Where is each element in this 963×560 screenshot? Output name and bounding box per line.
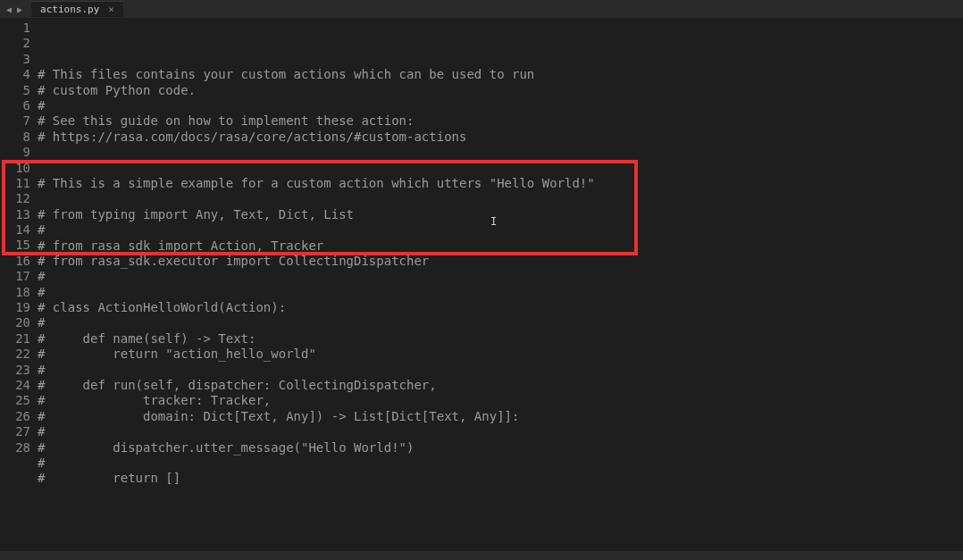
line-number: 2 xyxy=(0,36,30,51)
nav-arrows: ◀ ▶ xyxy=(4,4,24,14)
code-line[interactable]: # xyxy=(38,269,963,284)
code-line[interactable]: # tracker: Tracker, xyxy=(38,393,963,408)
code-area[interactable]: I # This files contains your custom acti… xyxy=(38,18,963,551)
line-number: 17 xyxy=(0,269,30,284)
line-number: 14 xyxy=(0,222,30,238)
code-line[interactable]: # custom Python code. xyxy=(38,83,963,98)
line-number: 12 xyxy=(0,191,30,206)
line-number: 11 xyxy=(0,176,30,191)
code-line[interactable] xyxy=(38,487,963,502)
code-line[interactable]: # from typing import Any, Text, Dict, Li… xyxy=(38,207,963,222)
code-line[interactable]: # xyxy=(38,285,963,300)
nav-forward-icon[interactable]: ▶ xyxy=(15,4,24,14)
line-number: 13 xyxy=(0,207,30,222)
code-line[interactable]: # dispatcher.utter_message("Hello World!… xyxy=(38,440,963,456)
line-number: 21 xyxy=(0,331,30,347)
line-number-gutter: 1234567891011121314151617181920212223242… xyxy=(0,18,38,551)
line-number: 28 xyxy=(0,440,30,456)
code-line[interactable]: # xyxy=(38,456,963,471)
code-line[interactable] xyxy=(38,145,963,160)
line-number: 25 xyxy=(0,393,30,408)
text-cursor: I xyxy=(490,214,497,230)
code-line[interactable]: # domain: Dict[Text, Any]) -> List[Dict[… xyxy=(38,409,963,424)
code-line[interactable]: # from rasa_sdk import Action, Tracker xyxy=(38,238,963,254)
code-line[interactable] xyxy=(38,161,963,176)
line-number: 1 xyxy=(0,21,30,36)
code-line[interactable]: # def name(self) -> Text: xyxy=(38,331,963,347)
code-line[interactable]: # class ActionHelloWorld(Action): xyxy=(38,300,963,315)
line-number: 20 xyxy=(0,315,30,330)
line-number: 18 xyxy=(0,285,30,300)
line-number: 6 xyxy=(0,98,30,113)
code-line[interactable] xyxy=(38,191,963,206)
tab-actions-py[interactable]: actions.py × xyxy=(31,1,123,17)
code-line[interactable]: # xyxy=(38,315,963,330)
code-line[interactable]: # xyxy=(38,363,963,378)
code-line[interactable]: # return [] xyxy=(38,471,963,486)
code-line[interactable]: # from rasa_sdk.executor import Collecti… xyxy=(38,254,963,269)
tab-bar: actions.py × xyxy=(31,1,123,17)
line-number: 5 xyxy=(0,83,30,98)
status-bar xyxy=(0,551,963,560)
tab-label: actions.py xyxy=(40,4,99,15)
code-line[interactable]: # xyxy=(38,424,963,439)
line-number: 15 xyxy=(0,238,30,253)
line-number: 26 xyxy=(0,409,30,424)
code-line[interactable]: # This files contains your custom action… xyxy=(38,67,963,82)
code-line[interactable]: # def run(self, dispatcher: CollectingDi… xyxy=(38,378,963,393)
code-line[interactable]: # xyxy=(38,98,963,113)
code-line[interactable]: # xyxy=(38,222,963,238)
line-number: 22 xyxy=(0,347,30,362)
line-number: 9 xyxy=(0,145,30,160)
close-icon[interactable]: × xyxy=(108,4,114,15)
line-number: 4 xyxy=(0,67,30,82)
nav-back-icon[interactable]: ◀ xyxy=(4,4,13,14)
line-number: 3 xyxy=(0,52,30,67)
editor[interactable]: 1234567891011121314151617181920212223242… xyxy=(0,18,963,551)
code-line[interactable]: # return "action_hello_world" xyxy=(38,347,963,362)
line-number: 16 xyxy=(0,254,30,269)
code-line[interactable]: # This is a simple example for a custom … xyxy=(38,176,963,191)
line-number: 7 xyxy=(0,113,30,129)
line-number: 23 xyxy=(0,363,30,378)
line-number: 8 xyxy=(0,130,30,145)
code-line[interactable]: # See this guide on how to implement the… xyxy=(38,113,963,129)
code-line[interactable]: # https://rasa.com/docs/rasa/core/action… xyxy=(38,130,963,145)
line-number: 10 xyxy=(0,161,30,176)
line-number: 27 xyxy=(0,424,30,439)
titlebar: ◀ ▶ actions.py × xyxy=(0,0,963,18)
line-number: 19 xyxy=(0,300,30,315)
line-number: 24 xyxy=(0,378,30,393)
